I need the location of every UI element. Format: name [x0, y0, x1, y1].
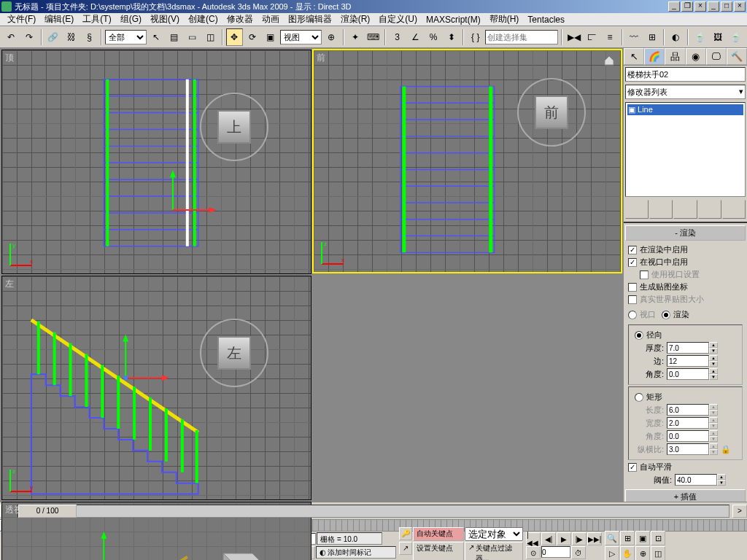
link-button[interactable]: 🔗: [45, 28, 62, 46]
spinner-threshold[interactable]: ▲▼: [675, 474, 726, 486]
auto-key-button[interactable]: 自动关键点: [413, 527, 464, 541]
menu-modifiers[interactable]: 修改器: [222, 12, 258, 26]
key-filters-button[interactable]: ↗ 关键点过滤器...: [465, 542, 523, 561]
maximize-button[interactable]: □: [721, 1, 732, 12]
configure-sets-button[interactable]: [722, 200, 746, 219]
view-cube-left[interactable]: 左: [194, 313, 274, 393]
viewport-top[interactable]: 顶 上 xy: [1, 50, 311, 274]
spinner-thickness[interactable]: ▲▼: [667, 342, 718, 354]
menu-view[interactable]: 视图(V): [146, 12, 184, 26]
redo-button[interactable]: ↷: [21, 28, 38, 46]
goto-end-button[interactable]: ▶▶|: [587, 532, 602, 545]
time-slider[interactable]: < 0 / 100 >: [0, 502, 747, 519]
menu-rendering[interactable]: 渲染(R): [336, 12, 375, 26]
time-config-button[interactable]: ⏱: [571, 546, 586, 559]
unlink-button[interactable]: ⛓: [63, 28, 80, 46]
layers-button[interactable]: ≡: [602, 28, 619, 46]
goto-start-button[interactable]: |◀◀: [526, 532, 541, 545]
keyboard-shortcut-button[interactable]: ⌨: [365, 28, 382, 46]
render-frame-button[interactable]: 🖼: [710, 28, 727, 46]
rotate-button[interactable]: ⟳: [244, 28, 261, 46]
window-crossing-button[interactable]: ◫: [202, 28, 219, 46]
view-cube-front[interactable]: 前: [511, 72, 592, 152]
align-button[interactable]: ⫍: [584, 28, 600, 46]
undo-button[interactable]: ↶: [3, 28, 20, 46]
select-object-button[interactable]: ↖: [148, 28, 165, 46]
show-end-result-button[interactable]: [649, 200, 673, 219]
bind-spacewarp-button[interactable]: §: [81, 28, 98, 46]
next-frame-button[interactable]: |▶: [572, 532, 587, 545]
snap-toggle-button[interactable]: 3: [389, 28, 406, 46]
render-setup-button[interactable]: 🍵: [692, 28, 708, 46]
tab-motion[interactable]: ◉: [686, 48, 706, 65]
material-editor-button[interactable]: ◐: [667, 28, 684, 46]
curve-editor-button[interactable]: 〰: [626, 28, 643, 46]
menu-tentacles[interactable]: Tentacles: [523, 14, 569, 26]
viewport-left[interactable]: 左: [1, 276, 311, 500]
checkbox-auto-smooth[interactable]: 自动平滑: [628, 462, 743, 472]
time-slider-thumb[interactable]: 0 / 100: [18, 505, 77, 518]
time-slider-track[interactable]: 0 / 100: [18, 505, 729, 518]
checkbox-enable-viewport[interactable]: 在视口中启用: [628, 257, 743, 268]
key-mode-toggle[interactable]: ⊙: [526, 546, 541, 559]
object-name-field[interactable]: 楼梯扶手02: [625, 67, 746, 82]
menu-help[interactable]: 帮助(H): [485, 12, 524, 26]
close-inner-button[interactable]: ×: [694, 1, 706, 12]
zoom-button[interactable]: 🔍: [605, 531, 619, 545]
modifier-stack[interactable]: ▣ Line: [625, 102, 746, 197]
menu-maxscript[interactable]: MAXScript(M): [422, 14, 485, 26]
unique-button[interactable]: [673, 200, 697, 219]
edit-selection-set-button[interactable]: { }: [467, 28, 484, 46]
current-frame-input[interactable]: [541, 546, 570, 558]
tab-utilities[interactable]: 🔨: [727, 48, 747, 65]
key-target-dropdown[interactable]: 选定对象: [465, 527, 523, 541]
move-button[interactable]: ✥: [226, 28, 243, 46]
spinner-angle[interactable]: ▲▼: [667, 368, 718, 380]
select-by-name-button[interactable]: ▤: [166, 28, 182, 46]
view-cube-perspective[interactable]: 左前: [194, 524, 282, 560]
ref-coord-dropdown[interactable]: 视图: [280, 30, 322, 44]
fov-button[interactable]: ▷: [605, 546, 619, 560]
radio-rectangular[interactable]: 矩形: [635, 392, 739, 402]
menu-create[interactable]: 创建(C): [184, 12, 222, 26]
tab-hierarchy[interactable]: 品: [665, 48, 685, 65]
checkbox-gen-mapping[interactable]: 生成贴图坐标: [628, 281, 743, 292]
radio-radial[interactable]: 径向: [635, 330, 739, 341]
menu-group[interactable]: 组(G): [116, 12, 146, 26]
menu-customize[interactable]: 自定义(U): [374, 12, 422, 26]
pin-stack-button[interactable]: [625, 200, 649, 219]
tab-modify[interactable]: 🌈: [644, 48, 665, 65]
mirror-button[interactable]: ▶◀: [565, 28, 582, 46]
menu-tools[interactable]: 工具(T): [78, 12, 115, 26]
play-button[interactable]: ▶: [557, 532, 571, 545]
tab-display[interactable]: 🖵: [706, 48, 727, 65]
spinner-sides[interactable]: ▲▼: [667, 355, 718, 367]
minimize-outer-button[interactable]: _: [708, 1, 719, 12]
pan-button[interactable]: ✋: [620, 546, 635, 560]
radio-renderer[interactable]: 渲染: [662, 309, 689, 320]
zoom-extents-all-button[interactable]: ⊡: [651, 531, 665, 545]
spinner-snap-button[interactable]: ⬍: [444, 28, 460, 46]
menu-graph-editors[interactable]: 图形编辑器: [284, 12, 336, 26]
schematic-view-button[interactable]: ⊞: [643, 28, 660, 46]
angle-snap-button[interactable]: ∠: [407, 28, 424, 46]
tab-create[interactable]: ↖: [624, 48, 644, 65]
view-cube-top[interactable]: 上: [194, 87, 274, 167]
zoom-extents-button[interactable]: ▣: [635, 531, 650, 545]
home-icon[interactable]: [603, 55, 615, 66]
checkbox-enable-renderer[interactable]: 在渲染中启用: [628, 244, 743, 255]
pivot-center-button[interactable]: ⊕: [323, 28, 340, 46]
viewport-front[interactable]: 前 前 xz: [312, 49, 622, 273]
prev-frame-button[interactable]: ◀|: [541, 532, 556, 545]
modifier-list-dropdown[interactable]: 修改器列表▾: [625, 85, 746, 99]
close-button[interactable]: ×: [734, 1, 746, 12]
scale-button[interactable]: ▣: [262, 28, 279, 46]
stack-item-line[interactable]: ▣ Line: [627, 104, 743, 115]
rollout-interpolation[interactable]: + 插值: [625, 489, 746, 502]
maximize-viewport-button[interactable]: ◫: [651, 546, 665, 560]
lock-aspect-icon[interactable]: 🔒: [721, 445, 731, 454]
zoom-all-button[interactable]: ⊞: [620, 531, 635, 545]
key-mode-button[interactable]: ↗: [399, 542, 412, 555]
next-key-button[interactable]: >: [732, 505, 747, 518]
selection-filter-dropdown[interactable]: 全部: [105, 30, 147, 44]
